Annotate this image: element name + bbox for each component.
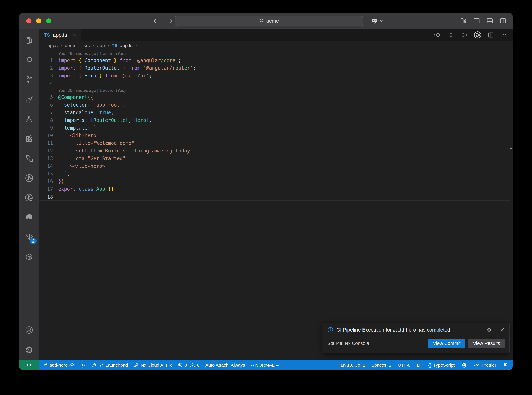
gitlens-launchpad-button[interactable]: Launchpad — [91, 362, 128, 368]
code-line[interactable]: 7 standalone: true, — [39, 109, 510, 116]
command-center-search[interactable]: acme — [175, 16, 364, 26]
warnings-icon — [190, 363, 195, 368]
code-line[interactable]: 8 imports: [RouterOutlet, Hero], — [39, 116, 510, 124]
info-icon — [327, 327, 333, 333]
code-line[interactable]: 5@Component({ — [39, 93, 510, 101]
extensions-icon — [25, 135, 33, 143]
line-number: 15 — [39, 170, 56, 178]
eol-status[interactable]: LF — [417, 362, 422, 368]
close-window-button[interactable] — [26, 18, 31, 23]
view-results-button[interactable]: View Results — [468, 339, 505, 348]
code-line[interactable]: 3import { Hero } from '@acme/ui'; — [39, 72, 510, 80]
sidebar-item-nx-graph-explorer[interactable] — [19, 188, 39, 207]
line-number: 3 — [39, 72, 56, 80]
copilot-status[interactable] — [461, 362, 467, 368]
cursor-position-status[interactable]: Ln 18, Col 1 — [341, 362, 365, 368]
tab-title: app.ts — [53, 32, 67, 38]
indentation-status[interactable]: Spaces: 2 — [371, 362, 392, 368]
settings-button[interactable] — [19, 340, 39, 360]
code-line[interactable]: 12 subtitle="Build something amazing tod… — [39, 147, 510, 155]
language-mode-status[interactable]: {} TypeScript — [428, 362, 455, 368]
toggle-secondary-sidebar-icon[interactable] — [500, 18, 506, 24]
graph-back-icon[interactable] — [434, 32, 441, 38]
copilot-icon — [371, 17, 378, 24]
auto-attach-status[interactable]: Auto Attach: Always — [205, 362, 245, 368]
code-line[interactable]: 16}) — [39, 178, 510, 185]
code-line[interactable]: 9 template: ` — [39, 124, 510, 132]
breadcrumb-file[interactable]: app.ts — [120, 43, 133, 48]
sidebar-item-edge-devtools[interactable] — [19, 207, 39, 227]
line-number: 12 — [39, 147, 56, 155]
graph-current-icon[interactable] — [447, 32, 454, 38]
breadcrumb-item[interactable]: src — [84, 43, 90, 48]
code-line[interactable]: 11 title="Welcmoe demo" — [39, 139, 510, 147]
tab-close-icon[interactable] — [72, 33, 77, 37]
toggle-primary-sidebar-icon[interactable] — [473, 18, 480, 24]
overview-ruler[interactable] — [510, 50, 513, 360]
container-box-icon — [25, 252, 33, 261]
code-line[interactable]: 17export class App {} — [39, 185, 510, 193]
publish-cloud-icon — [69, 363, 75, 368]
code-line[interactable]: 6 selector: 'app-root', — [39, 101, 510, 109]
sidebar-item-containers[interactable] — [19, 247, 39, 266]
accounts-button[interactable] — [19, 321, 39, 340]
more-actions-icon[interactable] — [500, 34, 507, 36]
copilot-menu[interactable] — [371, 12, 384, 29]
code-line[interactable]: 2import { RouterOutlet } from '@angular/… — [39, 64, 510, 72]
nx-cloud-fix-button[interactable]: Nx Cloud AI Fix — [134, 362, 172, 368]
sidebar-item-nx-console[interactable]: 2 — [19, 227, 39, 247]
sidebar-item-nx-graph[interactable] — [19, 168, 39, 188]
notifications-bell[interactable] — [502, 362, 508, 368]
minimize-window-button[interactable] — [36, 18, 41, 23]
code-line[interactable]: 4 — [39, 80, 510, 87]
toggle-panel-icon[interactable] — [486, 18, 493, 24]
navigate-forward-icon[interactable] — [166, 18, 173, 24]
prettier-status[interactable]: Prettier — [474, 362, 496, 368]
sidebar-item-hierarchy[interactable] — [19, 148, 39, 168]
ruler-decoration — [510, 148, 512, 149]
line-number: 9 — [39, 124, 56, 132]
encoding-status[interactable]: UTF-8 — [398, 362, 411, 368]
run-debug-icon — [25, 95, 33, 104]
split-editor-icon[interactable] — [488, 32, 494, 38]
sidebar-item-testing[interactable] — [19, 109, 39, 129]
breadcrumb-item[interactable]: apps — [48, 43, 58, 48]
sidebar-item-extensions[interactable] — [19, 129, 39, 148]
line-number: 16 — [39, 178, 56, 185]
sidebar-item-source-control[interactable] — [19, 70, 39, 89]
tab-app-ts[interactable]: TS app.ts — [39, 29, 81, 41]
code-line[interactable]: 13 cta="Get Started" — [39, 155, 510, 162]
code-line[interactable]: 14 ></lib-hero> — [39, 162, 510, 170]
customize-layout-icon[interactable] — [460, 18, 467, 24]
notification-settings-icon[interactable] — [486, 327, 492, 333]
problems-status[interactable]: 0 0 — [178, 362, 199, 368]
sidebar-item-run-debug[interactable] — [19, 89, 39, 109]
view-commit-button[interactable]: View Commit — [429, 339, 465, 348]
navigate-back-icon[interactable] — [153, 18, 160, 24]
breadcrumb-item[interactable]: demo — [65, 43, 77, 48]
vim-mode-status[interactable]: -- NORMAL -- — [251, 362, 279, 368]
remote-indicator[interactable] — [19, 360, 39, 370]
gitlens-commit-graph-button[interactable] — [81, 362, 86, 368]
sidebar-item-search[interactable] — [19, 50, 39, 70]
code-line[interactable]: 1import { Component } from '@angular/cor… — [39, 57, 510, 64]
code-editor[interactable]: You, 26 minutes ago | 1 author (You)1imp… — [39, 50, 513, 360]
brackets-icon: {} — [428, 362, 432, 368]
git-branch-icon — [25, 76, 33, 84]
code-line[interactable]: 10 <lib-hero — [39, 132, 510, 139]
code-line[interactable]: 18 — [39, 193, 510, 201]
code-line[interactable]: 15 `, — [39, 170, 510, 178]
git-branch-status[interactable]: add-hero — [43, 362, 75, 368]
breadcrumb-symbol-tail[interactable]: … — [140, 43, 144, 48]
breadcrumb-separator: › — [106, 43, 111, 48]
notification-close-icon[interactable] — [500, 327, 505, 332]
zoom-window-button[interactable] — [46, 18, 51, 23]
status-bar: add-hero — [19, 360, 513, 370]
breadcrumb[interactable]: apps›demo›src›app›TSapp.ts›… — [39, 41, 513, 50]
breadcrumb-item[interactable]: app — [97, 43, 105, 48]
typescript-file-icon: TS — [44, 32, 50, 38]
sidebar-item-explorer[interactable] — [19, 31, 39, 50]
activity-bar: 2 — [19, 29, 39, 360]
graph-forward-icon[interactable] — [460, 32, 468, 38]
nx-graph-button-icon[interactable] — [474, 31, 482, 39]
